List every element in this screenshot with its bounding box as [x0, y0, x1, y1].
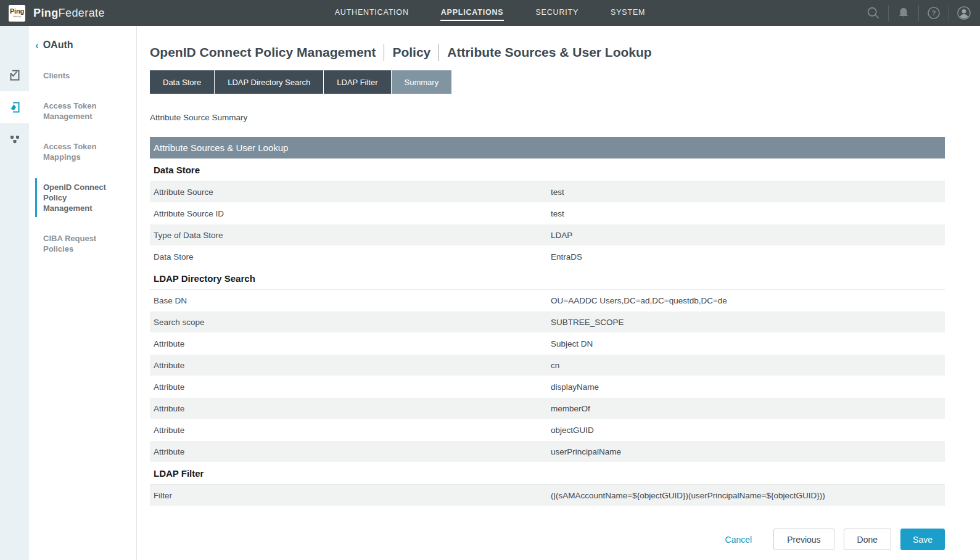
row-label: Attribute — [150, 382, 551, 392]
product-name-light: Federate — [59, 7, 105, 19]
search-icon[interactable] — [858, 5, 888, 21]
sidebar-back-oauth[interactable]: ‹ OAuth — [35, 39, 136, 51]
svg-text:?: ? — [931, 9, 936, 17]
row-value: (|(sAMAccountName=${objectGUID})(userPri… — [551, 491, 825, 500]
row-value: userPrincipalName — [551, 447, 621, 456]
title-separator — [384, 44, 384, 61]
sidebar-item-clients[interactable]: Clients — [43, 67, 122, 84]
main-content: OpenID Connect Policy Management Policy … — [137, 26, 980, 560]
primary-nav: AUTHENTICATIONAPPLICATIONSSECURITYSYSTEM — [0, 0, 980, 26]
row-value: test — [551, 209, 564, 218]
summary-sections: Data StoreAttribute SourcetestAttribute … — [150, 159, 945, 506]
tab-data-store[interactable]: Data Store — [150, 70, 214, 94]
ping-logo: Ping Identity — [9, 5, 25, 22]
rail-mappings-icon[interactable] — [0, 123, 29, 155]
footer-actions: Cancel Previous Done Save — [150, 529, 945, 550]
row-value: LDAP — [551, 231, 572, 240]
ping-logo-subtext: Identity — [13, 15, 21, 18]
table-row: AttributeSubject DN — [150, 333, 945, 354]
row-label: Base DN — [150, 296, 551, 305]
row-label: Attribute — [150, 361, 551, 370]
ping-logo-text: Ping — [10, 8, 24, 15]
table-row: AttributeobjectGUID — [150, 419, 945, 440]
sidebar-section-title: OAuth — [43, 39, 73, 51]
table-row: Filter(|(sAMAccountName=${objectGUID})(u… — [150, 485, 945, 506]
row-label: Attribute — [150, 339, 551, 348]
sidebar-item-ciba-request-policies[interactable]: CIBA Request Policies — [43, 229, 122, 258]
table-row: Attribute Source IDtest — [150, 203, 945, 224]
table-row: Data StoreEntraDS — [150, 246, 945, 267]
tab-ldap-filter[interactable]: LDAP Filter — [324, 70, 390, 94]
table-row: Attribute Sourcetest — [150, 181, 945, 202]
section-heading: LDAP Directory Search — [150, 267, 945, 290]
nav-item-security[interactable]: SECURITY — [535, 6, 579, 21]
table-row: Attributecn — [150, 355, 945, 376]
row-label: Attribute — [150, 404, 551, 413]
topnav-utilities: ? — [858, 0, 979, 26]
table-row: Search scopeSUBTREE_SCOPE — [150, 311, 945, 332]
done-button[interactable]: Done — [844, 529, 891, 550]
product-name: PingFederate — [33, 7, 105, 20]
table-row: Type of Data StoreLDAP — [150, 224, 945, 245]
rail-policy-management-icon[interactable] — [0, 91, 29, 123]
row-value: test — [551, 187, 564, 197]
summary-section-ldap-filter: LDAP FilterFilter(|(sAMAccountName=${obj… — [150, 462, 945, 506]
row-value: SUBTREE_SCOPE — [551, 318, 624, 327]
nav-item-applications[interactable]: APPLICATIONS — [440, 6, 504, 21]
tab-summary[interactable]: Summary — [392, 70, 452, 94]
tab-ldap-directory-search[interactable]: LDAP Directory Search — [215, 70, 323, 94]
breadcrumb-segment-1: OpenID Connect Policy Management — [150, 45, 376, 60]
brand[interactable]: Ping Identity PingFederate — [0, 5, 105, 22]
row-label: Data Store — [150, 252, 551, 261]
summary-section-ldap-directory-search: LDAP Directory SearchBase DNOU=AADDC Use… — [150, 267, 945, 462]
sidebar-item-openid-connect-policy-management[interactable]: OpenID Connect Policy Management — [35, 178, 114, 217]
sidebar-item-access-token-management[interactable]: Access Token Management — [43, 97, 122, 125]
sidebar-item-access-token-mappings[interactable]: Access Token Mappings — [43, 138, 122, 166]
row-label: Attribute Source ID — [150, 209, 551, 218]
row-value: EntraDS — [551, 252, 582, 261]
row-label: Attribute — [150, 447, 551, 456]
row-value: memberOf — [551, 404, 590, 413]
section-heading: Data Store — [150, 159, 945, 181]
row-label: Filter — [150, 491, 551, 500]
page-title: OpenID Connect Policy Management Policy … — [150, 44, 945, 61]
nav-item-authentication[interactable]: AUTHENTICATION — [334, 6, 410, 21]
cancel-button[interactable]: Cancel — [725, 535, 752, 545]
row-label: Search scope — [150, 318, 551, 327]
row-value: OU=AADDC Users,DC=ad,DC=questdb,DC=de — [551, 296, 727, 305]
row-label: Type of Data Store — [150, 231, 551, 240]
table-row: AttributeuserPrincipalName — [150, 441, 945, 462]
save-button[interactable]: Save — [900, 529, 945, 550]
row-value: Subject DN — [551, 339, 593, 348]
table-row: AttributememberOf — [150, 398, 945, 419]
row-value: displayName — [551, 382, 599, 392]
nav-item-system[interactable]: SYSTEM — [610, 6, 646, 21]
notifications-bell-icon[interactable] — [888, 5, 918, 21]
row-label: Attribute — [150, 426, 551, 435]
account-avatar-icon[interactable] — [949, 5, 979, 21]
summary-table-header: Attribute Sources & User Lookup — [150, 137, 945, 159]
row-value: cn — [551, 361, 559, 370]
summary-section-data-store: Data StoreAttribute SourcetestAttribute … — [150, 159, 945, 267]
help-icon[interactable]: ? — [918, 5, 949, 21]
row-label: Attribute Source — [150, 187, 551, 197]
rail-clients-icon[interactable] — [0, 59, 29, 91]
title-separator — [439, 44, 439, 61]
row-value: objectGUID — [551, 426, 594, 435]
product-name-bold: Ping — [33, 7, 59, 19]
previous-button[interactable]: Previous — [773, 529, 834, 550]
table-row: AttributedisplayName — [150, 376, 945, 397]
sidebar-items: ClientsAccess Token ManagementAccess Tok… — [29, 67, 136, 258]
breadcrumb-segment-2: Policy — [392, 45, 430, 60]
wizard-step-tabs: Data StoreLDAP Directory SearchLDAP Filt… — [150, 70, 945, 94]
icon-rail — [0, 26, 29, 560]
section-heading: LDAP Filter — [150, 462, 945, 485]
top-navigation-bar: Ping Identity PingFederate AUTHENTICATIO… — [0, 0, 980, 26]
breadcrumb-segment-3: Attribute Sources & User Lookup — [447, 45, 651, 60]
summary-intro-text: Attribute Source Summary — [150, 113, 945, 122]
table-row: Base DNOU=AADDC Users,DC=ad,DC=questdb,D… — [150, 290, 945, 311]
sidebar: ‹ OAuth ClientsAccess Token ManagementAc… — [29, 26, 137, 560]
chevron-left-icon: ‹ — [35, 40, 39, 51]
